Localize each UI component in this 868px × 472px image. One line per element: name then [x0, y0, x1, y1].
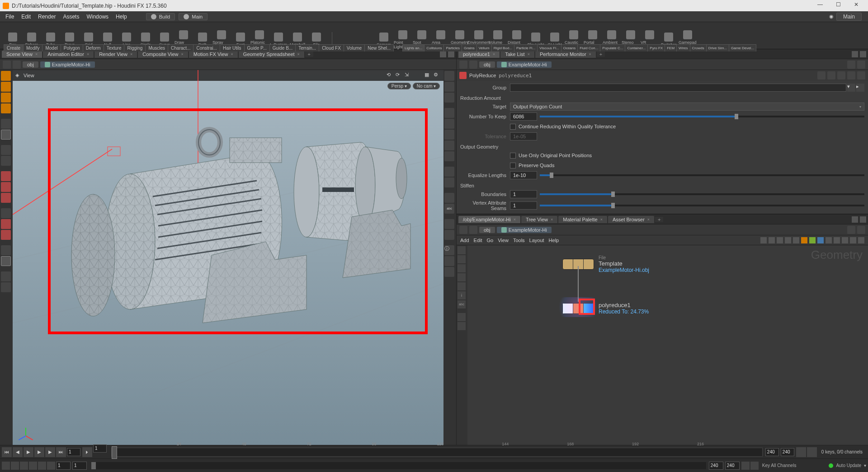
pane-max-icon[interactable]	[448, 51, 454, 57]
shelf-tab-fluid-con-[interactable]: Fluid Con...	[577, 44, 600, 51]
range-total-input[interactable]	[781, 448, 794, 456]
select-point-tool[interactable]	[1, 103, 11, 113]
path-obj[interactable]: obj	[23, 61, 38, 68]
netico-frame[interactable]	[858, 237, 864, 243]
pane-max-icon[interactable]	[860, 51, 866, 57]
help-node-icon[interactable]	[857, 71, 865, 79]
follow-icon[interactable]	[857, 226, 865, 234]
nav-fwd-button[interactable]	[469, 226, 477, 234]
info-node-icon[interactable]	[847, 71, 855, 79]
bulb-icon[interactable]	[444, 140, 454, 150]
path-obj[interactable]: obj	[479, 227, 495, 233]
pin-icon[interactable]	[847, 61, 855, 69]
desktop-switcher-build[interactable]: Build	[146, 13, 175, 20]
displayopt-icon[interactable]	[444, 267, 454, 277]
geo-overlay-tool[interactable]	[444, 193, 454, 203]
cb-key[interactable]	[750, 462, 759, 470]
shelf-tab-populate-c-[interactable]: Populate C...	[600, 44, 625, 51]
netico-o3[interactable]	[817, 237, 824, 243]
shading-smooth-tool[interactable]	[444, 82, 454, 92]
netico-list[interactable]	[769, 237, 775, 243]
display-points-tool[interactable]	[444, 130, 454, 140]
axis-tool[interactable]	[1, 208, 11, 218]
shelf-tab-oceans[interactable]: Oceans	[561, 44, 578, 51]
nav-fwd-button[interactable]	[469, 61, 477, 69]
info-icon[interactable]: ⓘ	[444, 245, 454, 255]
close-icon[interactable]: ×	[589, 52, 591, 56]
shelf-tab-texture[interactable]: Texture	[104, 44, 125, 51]
chan-start-input[interactable]	[56, 462, 71, 470]
lock-tool[interactable]	[1, 130, 11, 140]
minimize-button[interactable]: —	[811, 1, 829, 10]
shelf-tab-constrai-[interactable]: Constrai...	[193, 44, 220, 51]
nav-back-button[interactable]	[3, 61, 11, 69]
menu-file[interactable]: File	[2, 13, 18, 21]
shelf-tab-grains[interactable]: Grains	[462, 44, 477, 51]
options-tool[interactable]	[1, 256, 11, 266]
menu-edit[interactable]: Edit	[18, 13, 34, 21]
shelf-tab-wires[interactable]: Wires	[676, 44, 690, 51]
netico-grid2[interactable]	[785, 237, 791, 243]
chevron-down-icon[interactable]: ▾	[864, 463, 866, 468]
vis-tool[interactable]	[1, 145, 11, 155]
text-abc-tool[interactable]: abc	[444, 204, 454, 214]
maximize-button[interactable]: ☐	[829, 1, 847, 10]
shelf-tab-fem[interactable]: FEM	[665, 44, 677, 51]
snap-tool[interactable]	[1, 156, 11, 166]
eqlen-input[interactable]	[510, 171, 537, 179]
path-obj[interactable]: obj	[479, 61, 495, 68]
preserve-checkbox[interactable]	[510, 163, 516, 168]
axis-widget[interactable]	[17, 422, 35, 440]
search-node-icon[interactable]	[837, 71, 845, 79]
shelf-tab-guide-b-[interactable]: Guide B...	[269, 44, 296, 51]
net-help[interactable]: Help	[549, 238, 559, 243]
bounds-input[interactable]	[510, 190, 537, 198]
shelf-tab-rigid-bod-[interactable]: Rigid Bod...	[491, 44, 514, 51]
autoupdate-label[interactable]: Auto Update	[836, 463, 861, 468]
menu-help[interactable]: Help	[112, 13, 131, 21]
net-add[interactable]: Add	[460, 238, 469, 243]
useonly-checkbox[interactable]	[510, 153, 516, 159]
net-side-2[interactable]	[458, 255, 466, 263]
close-icon[interactable]: ×	[231, 52, 233, 56]
nav-back-button[interactable]	[459, 61, 467, 69]
curve-snap-tool[interactable]	[1, 230, 11, 240]
play-back-button[interactable]: ▶	[24, 447, 33, 457]
net-side-abc[interactable]: abc	[458, 300, 466, 308]
nav-fwd-button[interactable]	[13, 61, 21, 69]
close-icon[interactable]: ×	[647, 217, 650, 222]
menu-windows[interactable]: Windows	[83, 13, 112, 21]
shelf-tab-particles[interactable]: Particles	[443, 44, 462, 51]
radial-menu-main[interactable]: Main	[836, 13, 862, 21]
timeline-track[interactable]: 24 48 72 96 120 144 168 192 216	[111, 448, 763, 457]
cb-6[interactable]	[47, 462, 55, 470]
node-name[interactable]: polyreduce1	[499, 73, 532, 79]
range-end-input[interactable]	[765, 448, 779, 456]
close-icon[interactable]: ×	[551, 217, 553, 222]
render-tool[interactable]	[1, 271, 11, 281]
tab-net-main[interactable]: /obj/ExampleMotor-Hi×	[458, 216, 520, 223]
add-pane-tab[interactable]: +	[597, 51, 605, 57]
magnet-tool-1[interactable]	[1, 171, 11, 181]
pane-menu-icon[interactable]	[852, 51, 858, 57]
shelf-tab-deform[interactable]: Deform	[83, 44, 104, 51]
step-back-button[interactable]: ◀	[13, 447, 23, 457]
network-view[interactable]: Geometry File Template ExampleMotor-Hi.o…	[467, 245, 868, 445]
chan-r1[interactable]	[709, 462, 723, 470]
playhead[interactable]	[112, 446, 117, 459]
close-button[interactable]: ✕	[847, 1, 865, 10]
cb-link[interactable]	[741, 462, 750, 470]
net-edit[interactable]: Edit	[474, 238, 482, 243]
display-hull-tool[interactable]	[444, 108, 454, 118]
range-lock-icon[interactable]: ⏵	[82, 447, 92, 457]
cb-5[interactable]	[38, 462, 46, 470]
netico-grid3[interactable]	[793, 237, 799, 243]
shelf-tab-cloud-fx[interactable]: Cloud FX	[319, 44, 344, 51]
nav-back-button[interactable]	[459, 226, 467, 234]
handles-icon[interactable]	[444, 256, 454, 266]
step-fwd-button[interactable]: ▶	[45, 447, 55, 457]
pane-menu-icon[interactable]	[440, 51, 446, 57]
persp-grid-icon[interactable]	[444, 230, 454, 240]
file-node[interactable]: File Template ExampleMotor-Hi.obj	[562, 255, 649, 273]
netico-o1[interactable]	[801, 237, 807, 243]
